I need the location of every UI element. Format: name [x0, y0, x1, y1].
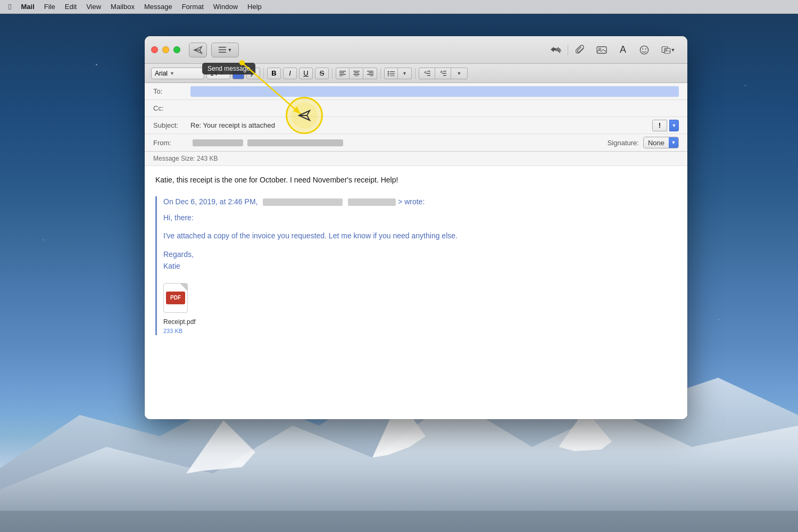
close-button[interactable] — [151, 46, 158, 53]
format-list-button[interactable]: ▼ — [211, 43, 239, 57]
toolbar-divider-1 — [263, 68, 264, 79]
decrease-indent-button[interactable] — [419, 68, 435, 79]
quoted-regards: Regards, — [163, 248, 677, 260]
reply-all-button[interactable] — [545, 43, 566, 57]
menubar-help[interactable]: Help — [243, 2, 266, 12]
font-size-dropdown-icon: ▼ — [219, 71, 224, 76]
priority-button[interactable]: ! — [652, 120, 667, 131]
svg-rect-25 — [354, 72, 359, 73]
align-left-icon — [339, 71, 346, 76]
alignment-group — [336, 68, 377, 79]
align-left-button[interactable] — [336, 68, 350, 79]
from-label: From: — [153, 139, 190, 147]
svg-rect-31 — [370, 76, 373, 76]
snow-particle — [43, 239, 44, 240]
menubar-view[interactable]: View — [82, 2, 105, 12]
signature-value: None — [644, 139, 669, 147]
redacted-email-2 — [348, 198, 396, 206]
apple-menu[interactable]:  — [4, 1, 15, 12]
svg-rect-41 — [443, 71, 446, 72]
menubar-window[interactable]: Window — [209, 2, 242, 12]
svg-point-10 — [599, 48, 601, 50]
reply-text: Katie, this receipt is the one for Octob… — [155, 174, 677, 186]
menubar-mailbox[interactable]: Mailbox — [106, 2, 139, 12]
redacted-email-1 — [263, 198, 343, 206]
quoted-wrote: > wrote: — [398, 197, 425, 206]
highlight-button[interactable] — [246, 68, 260, 79]
underline-button[interactable]: U — [299, 68, 313, 79]
dropdown-chevron-icon: ▼ — [228, 47, 232, 53]
menubar-message[interactable]: Message — [140, 2, 177, 12]
bold-button[interactable]: B — [267, 68, 281, 79]
menubar-mail[interactable]: Mail — [16, 2, 38, 12]
italic-button[interactable]: I — [283, 68, 297, 79]
svg-rect-40 — [427, 75, 430, 76]
svg-rect-22 — [339, 74, 346, 75]
svg-rect-24 — [353, 71, 360, 72]
svg-rect-35 — [390, 73, 395, 74]
menubar-format[interactable]: Format — [178, 2, 208, 12]
svg-rect-43 — [443, 75, 446, 76]
minimize-button[interactable] — [162, 46, 169, 53]
svg-rect-6 — [218, 47, 226, 48]
font-dropdown-icon: ▼ — [170, 71, 174, 76]
font-size-value: 14 — [210, 70, 217, 77]
quoted-date: On Dec 6, 2019, at 2:46 PM, — [163, 197, 257, 206]
align-right-button[interactable] — [363, 68, 377, 79]
decrease-indent-icon — [424, 71, 430, 76]
menubar-edit[interactable]: Edit — [61, 2, 81, 12]
list-dropdown-button[interactable]: ▼ — [398, 68, 412, 79]
titlebar-toolbar: A ▼ — [545, 43, 681, 57]
emoji-button[interactable] — [634, 43, 654, 57]
font-name: Arial — [155, 70, 168, 77]
attachment-section: PDF Receipt.pdf 233 KB — [163, 283, 677, 336]
align-center-button[interactable] — [350, 68, 363, 79]
svg-rect-33 — [390, 71, 395, 72]
svg-rect-5 — [0, 511, 798, 532]
quoted-section: On Dec 6, 2019, at 2:46 PM, > wrote: Hi,… — [155, 196, 677, 335]
mail-body[interactable]: Katie, this receipt is the one for Octob… — [145, 166, 687, 419]
quoted-name: Katie — [163, 260, 677, 272]
message-size-row: Message Size: 243 KB — [145, 152, 687, 166]
strikethrough-button[interactable]: S — [315, 68, 329, 79]
maximize-button[interactable] — [173, 46, 180, 53]
cc-input[interactable] — [190, 103, 679, 114]
attachment-filename: Receipt.pdf — [163, 317, 196, 327]
to-input[interactable] — [190, 86, 679, 97]
svg-rect-26 — [353, 74, 360, 75]
subject-value[interactable]: Re: Your receipt is attached — [190, 121, 652, 129]
attach-button[interactable] — [570, 43, 591, 57]
quoted-header-line: On Dec 6, 2019, at 2:46 PM, > wrote: — [163, 196, 677, 207]
font-selector[interactable]: Arial ▼ — [151, 68, 204, 79]
send-button-toolbar[interactable] — [189, 43, 207, 57]
signature-dropdown[interactable]: None ▼ — [643, 137, 679, 148]
indent-dropdown-button[interactable]: ▼ — [451, 68, 467, 79]
text-color-button[interactable] — [232, 68, 244, 79]
pdf-icon-background: PDF — [163, 283, 188, 313]
increase-indent-button[interactable] — [435, 68, 451, 79]
svg-point-34 — [388, 73, 389, 74]
font-size-selector[interactable]: 14 ▼ — [206, 68, 230, 79]
menubar-file[interactable]: File — [40, 2, 60, 12]
to-label: To: — [153, 87, 190, 95]
pdf-attachment-icon[interactable]: PDF — [163, 283, 190, 315]
svg-rect-37 — [390, 76, 395, 76]
toolbar-divider — [568, 45, 568, 55]
pdf-badge: PDF — [166, 292, 185, 304]
priority-dropdown[interactable]: ▼ — [669, 120, 679, 131]
svg-rect-42 — [442, 73, 446, 74]
svg-rect-30 — [367, 74, 373, 75]
svg-rect-21 — [339, 72, 344, 73]
quoted-greeting: Hi, there: — [163, 212, 677, 223]
send-icon — [193, 45, 203, 55]
compose-window: ▼ — [145, 36, 687, 419]
svg-point-11 — [640, 46, 648, 54]
unordered-list-button[interactable] — [384, 68, 398, 79]
unordered-list-icon — [387, 71, 395, 76]
align-center-icon — [353, 71, 360, 76]
font-button[interactable]: A — [613, 43, 633, 57]
photo-picker-icon — [661, 46, 671, 54]
photo-button[interactable] — [592, 43, 612, 57]
photo-picker-button[interactable]: ▼ — [655, 43, 681, 57]
svg-rect-29 — [369, 72, 373, 73]
